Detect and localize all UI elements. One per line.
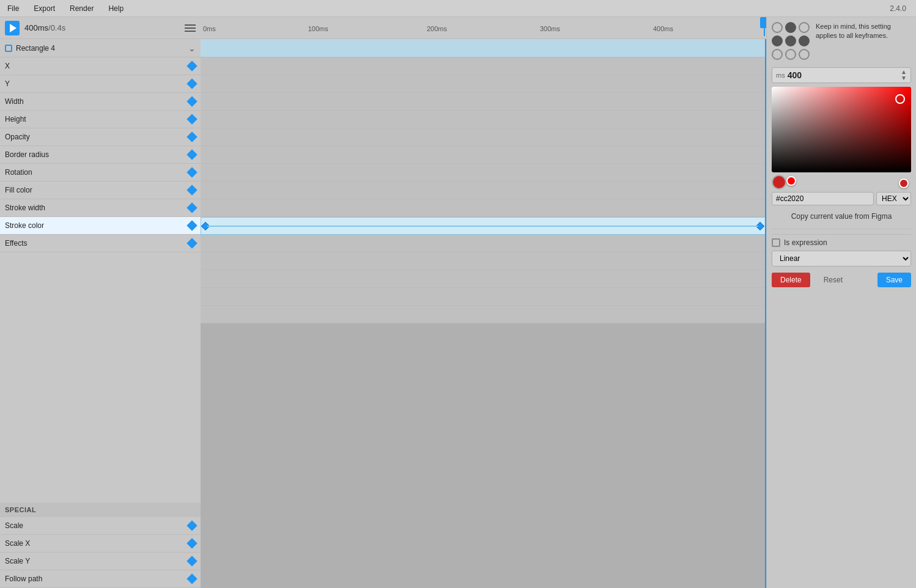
is-expression-row: Is expression — [772, 234, 911, 247]
menu-export[interactable]: Export — [31, 3, 57, 14]
layer-row[interactable]: Rectangle 4 ⌄ — [0, 39, 201, 57]
prop-row-height[interactable]: Height — [0, 111, 201, 128]
main-area: 400ms/0.4s Rectangle 4 ⌄ XYWidthHeightOp… — [0, 17, 916, 588]
center-timeline: 0ms 100ms 200ms 300ms 400ms — [201, 17, 766, 588]
track-row-height[interactable] — [201, 111, 766, 128]
track-row-width[interactable] — [201, 93, 766, 111]
special-track-follow-path[interactable] — [201, 306, 766, 323]
hex-input[interactable] — [772, 192, 874, 205]
track-row-rotation[interactable] — [201, 164, 766, 182]
hint-text: Keep in mind, this setting applies to al… — [816, 22, 911, 41]
layer-header-track — [201, 39, 766, 57]
track-row-x[interactable] — [201, 57, 766, 75]
playhead-handle[interactable] — [760, 17, 766, 28]
easing-select[interactable]: LinearEase InEase OutEase In Out — [772, 251, 911, 266]
track-row-stroke-width[interactable] — [201, 199, 766, 217]
interpolation-dot[interactable] — [772, 49, 783, 60]
interpolation-dot[interactable] — [799, 35, 810, 46]
ms-down-arrow[interactable]: ▼ — [901, 75, 907, 81]
special-keyframe-diamond[interactable] — [187, 556, 198, 567]
format-select[interactable]: HEXRGBHSL — [876, 192, 911, 205]
special-track-scale[interactable] — [201, 252, 766, 270]
menu-file[interactable]: File — [5, 3, 21, 14]
interpolation-dot[interactable] — [772, 22, 783, 33]
interpolation-dot[interactable] — [785, 49, 796, 60]
special-prop-row-follow-path[interactable]: Follow path — [0, 570, 201, 588]
color-gradient-picker[interactable] — [772, 87, 911, 172]
special-prop-row-scale-x[interactable]: Scale X — [0, 535, 201, 553]
track-row-effects[interactable] — [201, 235, 766, 252]
special-keyframe-diamond[interactable] — [187, 521, 198, 531]
prop-row-rotation[interactable]: Rotation — [0, 164, 201, 182]
menubar-left: File Export Render Help — [5, 3, 126, 14]
prop-row-opacity[interactable]: Opacity — [0, 128, 201, 146]
play-button[interactable] — [5, 21, 20, 35]
interpolation-dot[interactable] — [785, 35, 796, 46]
prop-row-x[interactable]: X — [0, 57, 201, 75]
special-keyframe-diamond[interactable] — [187, 538, 198, 549]
color-preview — [772, 175, 786, 189]
reset-button[interactable]: Reset — [815, 273, 851, 287]
prop-row-stroke-color[interactable]: Stroke color — [0, 217, 201, 235]
list-icon[interactable] — [185, 24, 196, 32]
special-prop-row-scale-y[interactable]: Scale Y — [0, 553, 201, 570]
prop-label: Width — [5, 97, 188, 106]
interpolation-dot[interactable] — [799, 49, 810, 60]
prop-row-y[interactable]: Y — [0, 75, 201, 93]
menu-render[interactable]: Render — [67, 3, 96, 14]
track-row-border-radius[interactable] — [201, 146, 766, 164]
special-prop-label: Follow path — [5, 575, 188, 583]
prop-row-stroke-width[interactable]: Stroke width — [0, 199, 201, 217]
total-time: /0.4s — [48, 23, 65, 32]
version-label: 2.4.0 — [890, 4, 911, 13]
prop-row-effects[interactable]: Effects — [0, 235, 201, 252]
prop-keyframe-diamond[interactable] — [187, 150, 198, 160]
special-items-list: ScaleScale XScale YFollow path — [0, 517, 201, 588]
track-row-fill-color[interactable] — [201, 182, 766, 199]
prop-keyframe-diamond[interactable] — [187, 61, 198, 72]
prop-keyframe-diamond[interactable] — [187, 97, 198, 107]
track-row-opacity[interactable] — [201, 128, 766, 146]
special-track-scale-y[interactable] — [201, 288, 766, 306]
special-prop-row-scale[interactable]: Scale — [0, 517, 201, 535]
interpolation-dot[interactable] — [799, 22, 810, 33]
copy-figma-button[interactable]: Copy current value from Figma — [772, 209, 911, 224]
special-track-scale-x[interactable] — [201, 270, 766, 288]
ms-spinner[interactable]: ▲ ▼ — [901, 69, 907, 81]
hue-alpha-row — [772, 175, 911, 189]
special-prop-label: Scale Y — [5, 557, 188, 565]
prop-keyframe-diamond[interactable] — [187, 79, 198, 89]
interpolation-dot[interactable] — [772, 35, 783, 46]
menu-help[interactable]: Help — [106, 3, 126, 14]
prop-keyframe-diamond[interactable] — [187, 185, 198, 196]
prop-label: Stroke width — [5, 204, 188, 212]
color-gradient-bg — [772, 87, 911, 172]
save-button[interactable]: Save — [877, 273, 911, 287]
prop-label: Border radius — [5, 150, 188, 159]
track-row-stroke-color[interactable] — [201, 217, 766, 235]
prop-keyframe-diamond[interactable] — [187, 221, 198, 231]
prop-row-fill-color[interactable]: Fill color — [0, 182, 201, 199]
menubar: File Export Render Help 2.4.0 — [0, 0, 916, 17]
delete-button[interactable]: Delete — [772, 273, 810, 287]
prop-label: X — [5, 62, 188, 70]
is-expression-checkbox[interactable] — [772, 238, 780, 247]
prop-keyframe-diamond[interactable] — [187, 238, 198, 249]
special-label: SPECIAL — [5, 506, 36, 513]
collapse-button[interactable]: ⌄ — [188, 43, 196, 53]
prop-keyframe-diamond[interactable] — [187, 114, 198, 125]
right-panel: Keep in mind, this setting applies to al… — [766, 17, 916, 588]
prop-row-border-radius[interactable]: Border radius — [0, 146, 201, 164]
ms-input-row: ms 400 ▲ ▼ — [772, 67, 911, 83]
track-row-y[interactable] — [201, 75, 766, 93]
timeline-ruler: 0ms 100ms 200ms 300ms 400ms — [201, 17, 766, 39]
layer-square-icon — [5, 45, 12, 52]
prop-keyframe-diamond[interactable] — [187, 132, 198, 142]
prop-keyframe-diamond[interactable] — [187, 203, 198, 213]
interpolation-dot[interactable] — [785, 22, 796, 33]
interpolation-dots-grid — [772, 22, 811, 61]
prop-keyframe-diamond[interactable] — [187, 167, 198, 178]
special-keyframe-diamond[interactable] — [187, 574, 198, 584]
prop-label: Height — [5, 115, 188, 123]
prop-row-width[interactable]: Width — [0, 93, 201, 111]
